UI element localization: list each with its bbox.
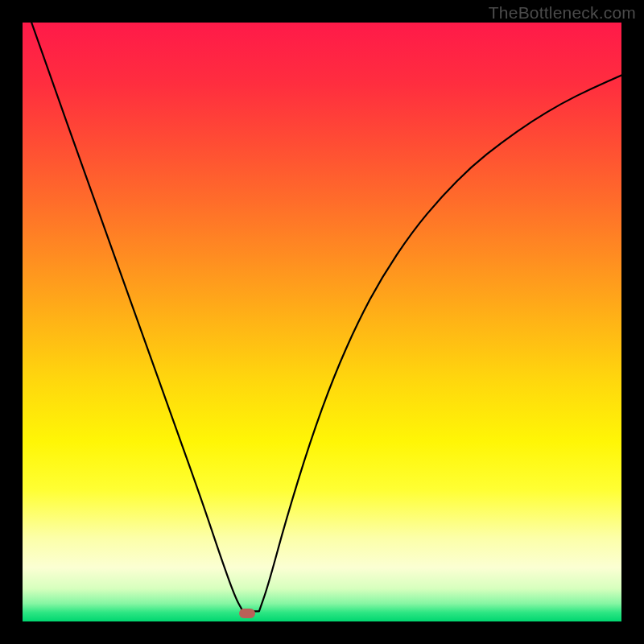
bottleneck-curve — [23, 23, 621, 621]
optimum-marker — [239, 609, 255, 618]
watermark-text: TheBottleneck.com — [489, 3, 636, 23]
chart-frame: TheBottleneck.com — [0, 0, 644, 644]
plot-area — [23, 23, 621, 621]
